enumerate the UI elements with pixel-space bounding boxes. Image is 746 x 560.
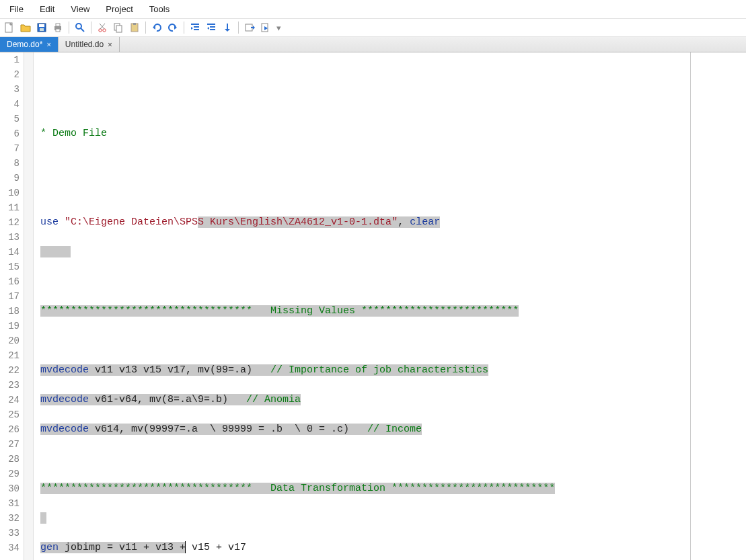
menu-project[interactable]: Project [99,1,139,17]
new-file-icon[interactable] [3,21,16,34]
code-line[interactable] [40,274,690,289]
svg-rect-16 [133,23,136,25]
svg-line-12 [100,24,104,29]
svg-point-9 [99,29,102,32]
close-icon[interactable]: × [46,40,50,48]
line-number: 1 [0,52,20,67]
line-number: 26 [0,422,20,437]
line-number: 24 [0,393,20,407]
code-line[interactable] [40,511,690,526]
tab-bar: Demo.do* × Untitled.do × [0,37,746,52]
separator [184,22,184,34]
line-number: 32 [0,511,20,526]
open-icon[interactable] [19,21,32,34]
run-file-icon[interactable] [259,21,272,34]
code-area[interactable]: * Demo File use "C:\Eigene Dateien\SPSS … [34,52,690,560]
svg-rect-5 [56,24,60,26]
code-line[interactable]: mvdecode v614, mv(99997=.a \ 99999 = .b … [40,422,690,437]
right-margin [690,52,746,560]
undo-icon[interactable] [150,21,163,34]
svg-line-8 [81,28,84,32]
svg-rect-2 [39,24,44,27]
line-number: 12 [0,215,20,230]
toolbar-overflow: ▾ [276,23,281,33]
code-line[interactable] [40,245,690,259]
code-line[interactable]: mvdecode v61-v64, mv(8=.a\9=.b) // Anomi… [40,393,690,407]
menubar: File Edit View Project Tools [0,0,746,19]
line-number: 30 [0,481,20,496]
indent-icon[interactable] [188,21,202,34]
run-selection-icon[interactable] [243,21,256,34]
svg-rect-3 [40,28,44,31]
line-number: 10 [0,186,20,200]
tab-demo-do[interactable]: Demo.do* × [0,37,59,52]
separator [145,22,146,34]
code-line[interactable] [40,67,690,82]
copy-icon[interactable] [112,21,125,34]
code-line[interactable]: *********************************** Data… [40,481,690,496]
line-number: 6 [0,126,20,141]
code-line[interactable]: mvdecode v11 v13 v15 v17, mv(99=.a) // I… [40,363,690,378]
code-line[interactable] [40,97,690,112]
tab-label: Untitled.do [65,40,104,49]
line-number: 18 [0,304,20,319]
line-number: 20 [0,333,20,348]
line-number: 29 [0,467,20,481]
svg-rect-6 [56,29,60,32]
svg-rect-14 [116,26,122,32]
line-number: 25 [0,407,20,422]
line-number: 11 [0,200,20,215]
line-number: 31 [0,496,20,511]
editor[interactable]: 1234567891011121314151617181920212223242… [0,52,746,560]
line-number: 2 [0,67,20,82]
paste-icon[interactable] [128,21,141,34]
tab-label: Demo.do* [7,40,42,49]
line-number: 3 [0,82,20,97]
line-number: 22 [0,363,20,378]
find-icon[interactable] [73,21,87,34]
code-line[interactable]: * Demo File [40,126,690,141]
line-number: 28 [0,452,20,467]
svg-line-11 [100,24,105,29]
bookmark-icon[interactable] [221,21,234,34]
line-number: 14 [0,245,20,259]
line-number: 9 [0,171,20,186]
close-icon[interactable]: × [108,40,112,48]
outdent-icon[interactable] [204,21,218,34]
toolbar: ▾ [0,19,746,37]
separator [69,22,69,34]
menu-file[interactable]: File [3,1,30,17]
line-number: 17 [0,289,20,304]
menu-tools[interactable]: Tools [143,1,176,17]
code-line[interactable]: use "C:\Eigene Dateien\SPSS Kurs\English… [40,215,690,230]
code-line[interactable]: gen jobimp = v11 + v13 + v15 + v17 [40,541,690,555]
save-icon[interactable] [35,21,48,34]
line-number: 16 [0,274,20,289]
line-number: 34 [0,541,20,555]
svg-point-10 [103,29,106,32]
separator [238,22,239,34]
line-number-gutter: 1234567891011121314151617181920212223242… [0,52,24,560]
redo-icon[interactable] [166,21,180,34]
code-line[interactable] [40,333,690,348]
cut-icon[interactable] [96,21,109,34]
line-number: 13 [0,230,20,245]
line-number: 27 [0,437,20,452]
tab-untitled-do[interactable]: Untitled.do × [59,37,120,52]
code-line[interactable] [40,452,690,467]
code-line[interactable] [40,156,690,171]
print-icon[interactable] [51,21,65,34]
svg-point-7 [76,24,81,29]
line-number: 15 [0,259,20,274]
separator [91,22,91,34]
line-number: 21 [0,348,20,363]
code-line[interactable] [40,186,690,200]
line-number: 5 [0,112,20,126]
menu-edit[interactable]: Edit [33,1,61,17]
line-number: 4 [0,97,20,112]
line-number: 7 [0,141,20,156]
menu-view[interactable]: View [64,1,96,17]
line-number: 33 [0,526,20,541]
code-line[interactable]: *********************************** Miss… [40,304,690,319]
line-number: 23 [0,378,20,393]
